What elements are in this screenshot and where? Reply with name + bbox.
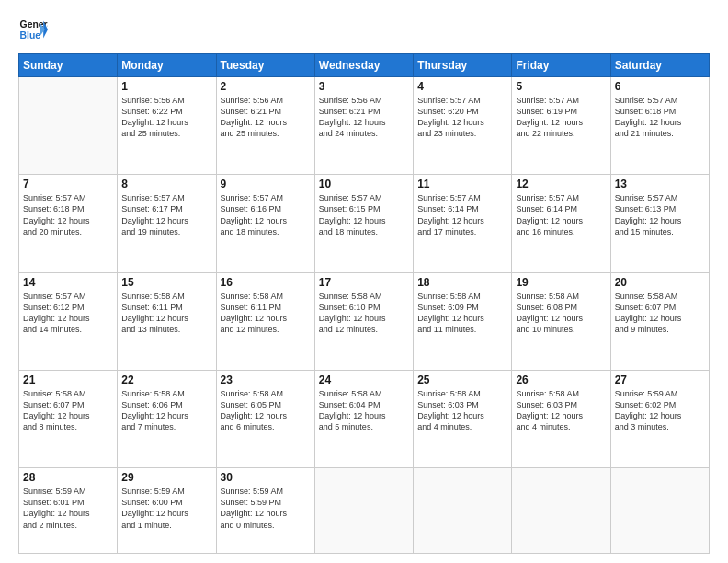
calendar-cell: 29Sunrise: 5:59 AM Sunset: 6:00 PM Dayli… [118,468,216,554]
day-number: 10 [319,178,409,190]
day-info: Sunrise: 5:58 AM Sunset: 6:07 PM Dayligh… [615,291,705,336]
day-number: 2 [221,80,311,93]
calendar-cell: 28Sunrise: 5:59 AM Sunset: 6:01 PM Dayli… [19,468,118,554]
week-row-1: 1Sunrise: 5:56 AM Sunset: 6:22 PM Daylig… [19,77,710,175]
calendar-cell: 11Sunrise: 5:57 AM Sunset: 6:14 PM Dayli… [414,175,512,272]
calendar-cell: 7Sunrise: 5:57 AM Sunset: 6:18 PM Daylig… [19,175,118,272]
calendar-cell: 17Sunrise: 5:58 AM Sunset: 6:10 PM Dayli… [314,272,413,370]
day-number: 18 [417,276,507,289]
day-number: 3 [319,80,409,93]
calendar-cell: 18Sunrise: 5:58 AM Sunset: 6:09 PM Dayli… [414,272,512,370]
day-info: Sunrise: 5:57 AM Sunset: 6:13 PM Dayligh… [615,192,705,237]
day-info: Sunrise: 5:59 AM Sunset: 6:01 PM Dayligh… [23,486,113,531]
day-number: 8 [121,178,211,190]
calendar-cell: 2Sunrise: 5:56 AM Sunset: 6:21 PM Daylig… [216,77,314,175]
day-number: 20 [615,276,705,289]
day-number: 21 [23,373,113,386]
calendar-cell: 4Sunrise: 5:57 AM Sunset: 6:20 PM Daylig… [414,77,512,175]
weekday-header: SundayMondayTuesdayWednesdayThursdayFrid… [19,54,710,77]
day-info: Sunrise: 5:57 AM Sunset: 6:20 PM Dayligh… [417,95,507,140]
day-info: Sunrise: 5:57 AM Sunset: 6:16 PM Dayligh… [221,192,311,237]
day-number: 24 [319,373,409,386]
day-info: Sunrise: 5:59 AM Sunset: 5:59 PM Dayligh… [221,486,311,531]
day-info: Sunrise: 5:58 AM Sunset: 6:11 PM Dayligh… [221,291,311,336]
calendar-cell: 13Sunrise: 5:57 AM Sunset: 6:13 PM Dayli… [610,175,709,272]
calendar-cell: 24Sunrise: 5:58 AM Sunset: 6:04 PM Dayli… [314,370,413,467]
weekday-wednesday: Wednesday [314,54,413,77]
calendar-cell: 15Sunrise: 5:58 AM Sunset: 6:11 PM Dayli… [118,272,216,370]
day-number: 30 [221,471,311,484]
calendar-cell: 25Sunrise: 5:58 AM Sunset: 6:03 PM Dayli… [414,370,512,467]
day-info: Sunrise: 5:57 AM Sunset: 6:12 PM Dayligh… [23,291,113,336]
day-info: Sunrise: 5:58 AM Sunset: 6:08 PM Dayligh… [516,291,606,336]
day-info: Sunrise: 5:57 AM Sunset: 6:18 PM Dayligh… [615,95,705,140]
day-info: Sunrise: 5:58 AM Sunset: 6:06 PM Dayligh… [121,388,211,433]
calendar-cell: 5Sunrise: 5:57 AM Sunset: 6:19 PM Daylig… [512,77,610,175]
day-number: 7 [23,178,113,190]
week-row-4: 21Sunrise: 5:58 AM Sunset: 6:07 PM Dayli… [19,370,710,467]
week-row-2: 7Sunrise: 5:57 AM Sunset: 6:18 PM Daylig… [19,175,710,272]
day-number: 29 [121,471,211,484]
calendar-cell: 22Sunrise: 5:58 AM Sunset: 6:06 PM Dayli… [118,370,216,467]
day-info: Sunrise: 5:58 AM Sunset: 6:07 PM Dayligh… [23,388,113,433]
page: General Blue SundayMondayTuesdayWednesda… [0,0,728,563]
calendar-cell [19,77,118,175]
day-number: 16 [221,276,311,289]
day-number: 23 [221,373,311,386]
calendar-cell: 12Sunrise: 5:57 AM Sunset: 6:14 PM Dayli… [512,175,610,272]
weekday-sunday: Sunday [19,54,118,77]
day-number: 28 [23,471,113,484]
calendar-cell: 1Sunrise: 5:56 AM Sunset: 6:22 PM Daylig… [118,77,216,175]
day-number: 25 [417,373,507,386]
calendar-cell: 6Sunrise: 5:57 AM Sunset: 6:18 PM Daylig… [610,77,709,175]
day-number: 15 [121,276,211,289]
day-number: 6 [615,80,705,93]
weekday-saturday: Saturday [610,54,709,77]
header: General Blue [18,15,710,44]
day-info: Sunrise: 5:58 AM Sunset: 6:03 PM Dayligh… [417,388,507,433]
day-number: 26 [516,373,606,386]
day-info: Sunrise: 5:58 AM Sunset: 6:11 PM Dayligh… [121,291,211,336]
day-info: Sunrise: 5:59 AM Sunset: 6:02 PM Dayligh… [615,388,705,433]
day-number: 5 [516,80,606,93]
day-number: 1 [121,80,211,93]
day-info: Sunrise: 5:57 AM Sunset: 6:18 PM Dayligh… [23,192,113,237]
calendar-cell: 20Sunrise: 5:58 AM Sunset: 6:07 PM Dayli… [610,272,709,370]
calendar-cell: 21Sunrise: 5:58 AM Sunset: 6:07 PM Dayli… [19,370,118,467]
day-info: Sunrise: 5:56 AM Sunset: 6:21 PM Dayligh… [319,95,409,140]
day-number: 12 [516,178,606,190]
day-number: 13 [615,178,705,190]
calendar-cell: 26Sunrise: 5:58 AM Sunset: 6:03 PM Dayli… [512,370,610,467]
day-number: 22 [121,373,211,386]
week-row-3: 14Sunrise: 5:57 AM Sunset: 6:12 PM Dayli… [19,272,710,370]
day-info: Sunrise: 5:57 AM Sunset: 6:19 PM Dayligh… [516,95,606,140]
day-number: 4 [417,80,507,93]
calendar-cell: 9Sunrise: 5:57 AM Sunset: 6:16 PM Daylig… [216,175,314,272]
svg-text:Blue: Blue [20,30,41,40]
day-info: Sunrise: 5:58 AM Sunset: 6:10 PM Dayligh… [319,291,409,336]
calendar-cell [610,468,709,554]
calendar-cell: 19Sunrise: 5:58 AM Sunset: 6:08 PM Dayli… [512,272,610,370]
calendar-cell: 8Sunrise: 5:57 AM Sunset: 6:17 PM Daylig… [118,175,216,272]
day-number: 27 [615,373,705,386]
calendar-cell: 27Sunrise: 5:59 AM Sunset: 6:02 PM Dayli… [610,370,709,467]
logo: General Blue [18,15,48,44]
weekday-monday: Monday [118,54,216,77]
calendar-cell: 23Sunrise: 5:58 AM Sunset: 6:05 PM Dayli… [216,370,314,467]
day-info: Sunrise: 5:58 AM Sunset: 6:04 PM Dayligh… [319,388,409,433]
week-row-5: 28Sunrise: 5:59 AM Sunset: 6:01 PM Dayli… [19,468,710,554]
calendar-cell: 16Sunrise: 5:58 AM Sunset: 6:11 PM Dayli… [216,272,314,370]
day-info: Sunrise: 5:57 AM Sunset: 6:15 PM Dayligh… [319,192,409,237]
calendar: SundayMondayTuesdayWednesdayThursdayFrid… [18,53,710,554]
day-number: 19 [516,276,606,289]
day-info: Sunrise: 5:56 AM Sunset: 6:22 PM Dayligh… [121,95,211,140]
calendar-cell [512,468,610,554]
calendar-body: 1Sunrise: 5:56 AM Sunset: 6:22 PM Daylig… [19,77,710,554]
day-info: Sunrise: 5:57 AM Sunset: 6:17 PM Dayligh… [121,192,211,237]
day-number: 14 [23,276,113,289]
weekday-friday: Friday [512,54,610,77]
day-info: Sunrise: 5:57 AM Sunset: 6:14 PM Dayligh… [417,192,507,237]
calendar-cell: 3Sunrise: 5:56 AM Sunset: 6:21 PM Daylig… [314,77,413,175]
day-info: Sunrise: 5:58 AM Sunset: 6:09 PM Dayligh… [417,291,507,336]
day-info: Sunrise: 5:57 AM Sunset: 6:14 PM Dayligh… [516,192,606,237]
